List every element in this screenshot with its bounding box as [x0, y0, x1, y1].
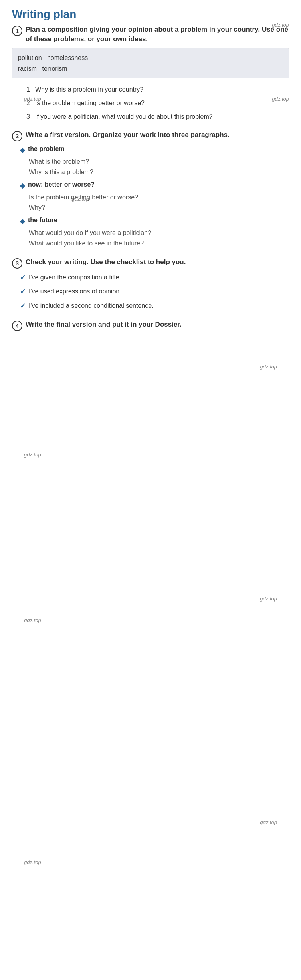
bullet-future-label: the future: [28, 217, 57, 224]
checklist-item-1-text: I've given the composition a title.: [29, 273, 121, 282]
watermark-9: gdz.top: [260, 819, 277, 825]
watermark-5: gdz.top: [260, 364, 277, 370]
question-2: 2 Is the problem getting better or worse…: [26, 98, 289, 108]
bullet-now-label: now: better or worse?: [28, 181, 95, 188]
bullet-the-problem: ◆ the problem What is the problem? Why i…: [20, 145, 289, 177]
question-1: 1 Why is this a problem in your country?: [26, 85, 289, 94]
section-3: 3 Check your writing. Use the checklist …: [12, 257, 289, 311]
section-4-title: Write the final version and put it in yo…: [26, 320, 182, 329]
watermark-4: gdz.top: [72, 196, 89, 202]
question-3-num: 3: [26, 112, 35, 122]
section-1-number: 1: [12, 26, 22, 36]
question-3: 3 If you were a politician, what would y…: [26, 112, 289, 122]
section-2: 2 Write a first version. Organize your w…: [12, 130, 289, 249]
section-1-header: 1 Plan a composition giving your opinion…: [12, 25, 289, 44]
section-2-title: Write a first version. Organize your wor…: [26, 130, 230, 140]
watermark-7: gdz.top: [260, 596, 277, 602]
bullet-the-problem-sub-1: What is the problem?: [29, 157, 289, 167]
problem-pollution: pollution homelessness: [18, 54, 88, 61]
watermark-10: gdz.top: [24, 859, 41, 865]
bullet-the-problem-header: ◆ the problem: [20, 145, 289, 155]
question-2-text: Is the problem getting better or worse?: [35, 98, 145, 108]
diamond-icon-3: ◆: [20, 217, 25, 226]
section-3-title: Check your writing. Use the checklist to…: [26, 257, 186, 267]
bullet-the-problem-label: the problem: [28, 145, 65, 153]
bullet-future-header: ◆ the future: [20, 217, 289, 226]
checklist-item-2: ✓ I've used expressions of opinion.: [20, 287, 289, 297]
diamond-icon-2: ◆: [20, 181, 25, 191]
section-3-number: 3: [12, 258, 22, 269]
watermark-8: gdz.top: [24, 617, 41, 623]
checklist: ✓ I've given the composition a title. ✓ …: [20, 273, 289, 311]
section-3-header: 3 Check your writing. Use the checklist …: [12, 257, 289, 269]
checkmark-icon-2: ✓: [20, 287, 26, 297]
section-2-header: 2 Write a first version. Organize your w…: [12, 130, 289, 141]
checklist-item-2-text: I've used expressions of opinion.: [29, 287, 121, 296]
watermark-3: gdz.top: [272, 96, 289, 102]
section-1: 1 Plan a composition giving your opinion…: [12, 25, 289, 122]
questions-list: 1 Why is this a problem in your country?…: [26, 85, 289, 122]
bullet-now: ◆ now: better or worse? Is the problem g…: [20, 181, 289, 213]
watermark-6: gdz.top: [24, 452, 41, 458]
bullet-the-problem-sub: What is the problem? Why is this a probl…: [29, 157, 289, 177]
checkmark-icon-3: ✓: [20, 301, 26, 311]
bullet-now-sub-1: Is the problem getting better or worse?: [29, 192, 289, 203]
bullet-future: ◆ the future What would you do if you we…: [20, 217, 289, 248]
section-1-title: Plan a composition giving your opinion a…: [26, 25, 289, 44]
watermark-1: gdz.top: [272, 22, 289, 28]
bullet-future-sub-2: What would you like to see in the future…: [29, 238, 289, 249]
bullet-now-header: ◆ now: better or worse?: [20, 181, 289, 191]
page-title: Writing plan: [12, 8, 289, 21]
question-1-text: Why is this a problem in your country?: [35, 85, 143, 94]
bullet-the-problem-sub-2: Why is this a problem?: [29, 167, 289, 177]
watermark-2: gdz.top: [24, 96, 41, 102]
section-4: 4 Write the final version and put it in …: [12, 320, 289, 331]
bullet-future-sub-1: What would you do if you were a politici…: [29, 228, 289, 238]
section-2-number: 2: [12, 131, 22, 141]
checklist-item-3-text: I've included a second conditional sente…: [29, 301, 154, 311]
problem-racism: racism terrorism: [18, 65, 67, 72]
problems-box: pollution homelessness racism terrorism: [12, 48, 289, 78]
section-4-header: 4 Write the final version and put it in …: [12, 320, 289, 331]
section-4-number: 4: [12, 321, 22, 331]
question-1-num: 1: [26, 85, 35, 94]
diamond-icon-1: ◆: [20, 145, 25, 155]
checklist-item-1: ✓ I've given the composition a title.: [20, 273, 289, 283]
checklist-item-3: ✓ I've included a second conditional sen…: [20, 301, 289, 311]
bullet-list: ◆ the problem What is the problem? Why i…: [20, 145, 289, 249]
checkmark-icon-1: ✓: [20, 273, 26, 283]
question-3-text: If you were a politician, what would you…: [35, 112, 213, 122]
bullet-now-sub-2: Why?: [29, 203, 289, 213]
bullet-future-sub: What would you do if you were a politici…: [29, 228, 289, 248]
bullet-now-sub: Is the problem getting better or worse? …: [29, 192, 289, 213]
